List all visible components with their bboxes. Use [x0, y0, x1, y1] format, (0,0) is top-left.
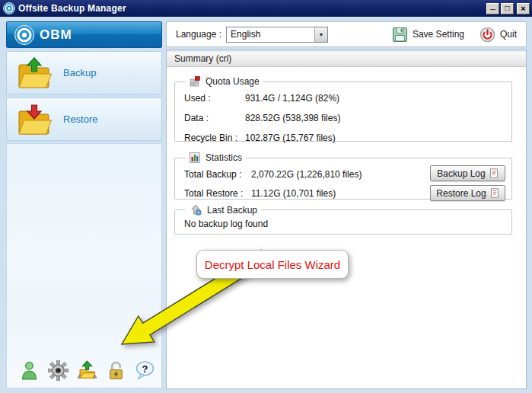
settings-gear-icon[interactable] — [48, 360, 68, 381]
chevron-down-icon[interactable]: ▼ — [314, 27, 327, 42]
quota-usage-title: Quota Usage — [205, 76, 260, 87]
summary-header: Summary (crl) — [167, 50, 526, 67]
backup-log-button[interactable]: Backup Log — [430, 165, 505, 181]
sidebar-lower-panel: ? — [6, 143, 162, 388]
window-title: Offsite Backup Manager — [18, 3, 126, 14]
row-label: Data : — [184, 113, 245, 123]
row-value: 931.4G / 1,124G (82%) — [245, 93, 339, 104]
sidebar-item-label: Backup — [63, 67, 96, 78]
obm-logo-text: OBM — [40, 27, 72, 43]
statistics-chart-icon — [190, 152, 200, 163]
quota-usage-icon — [190, 76, 200, 87]
row-value: 2,070.22G (1,226,810 files) — [251, 169, 362, 180]
maximize-icon: □ — [505, 4, 509, 12]
close-icon: × — [521, 4, 525, 13]
obm-logo-icon — [14, 25, 34, 45]
row-value: 102.87G (15,767 files) — [245, 133, 336, 143]
row-label: Used : — [184, 93, 245, 104]
row-value: 828.52G (538,398 files) — [245, 113, 340, 123]
statistics-group: Statistics Total Backup : 2,070.22G (1,2… — [174, 152, 512, 200]
question-mark-glyph: ? — [142, 363, 148, 375]
power-icon — [479, 27, 495, 43]
quota-row-recycle-bin: Recycle Bin : 102.87G (15,767 files) — [183, 128, 504, 148]
minimize-icon: ─ — [490, 5, 495, 14]
quota-row-data: Data : 828.52G (538,398 files) — [183, 108, 504, 128]
close-button[interactable]: × — [517, 3, 530, 14]
quota-row-used: Used : 931.4G / 1,124G (82%) — [183, 88, 504, 108]
last-backup-icon — [190, 204, 202, 216]
restore-log-button[interactable]: Restore Log — [430, 185, 505, 201]
quit-button[interactable]: Quit — [479, 27, 517, 43]
document-icon — [489, 168, 499, 178]
sidebar-footer-icons: ? — [19, 360, 155, 381]
language-selected-value: English — [227, 29, 314, 40]
language-label: Language : — [176, 29, 221, 40]
maximize-button[interactable]: □ — [501, 3, 514, 14]
row-label: Recycle Bin : — [184, 133, 245, 143]
sidebar-item-label: Restore — [63, 113, 98, 125]
sidebar-logo-banner: OBM — [6, 21, 162, 48]
decrypt-lock-icon[interactable] — [106, 360, 126, 381]
last-backup-message: No backup log found — [183, 219, 504, 229]
backup-sets-icon[interactable] — [77, 360, 97, 381]
save-setting-button[interactable]: Save Setting — [392, 27, 464, 43]
summary-content: Quota Usage Used : 931.4G / 1,124G (82%)… — [167, 67, 526, 388]
last-backup-title: Last Backup — [207, 205, 257, 216]
top-toolbar: Language : English ▼ Save Setting Quit — [166, 21, 527, 47]
minimize-button[interactable]: ─ — [486, 3, 499, 14]
app-logo-icon — [3, 2, 15, 14]
window-controls: ─ □ × — [486, 3, 530, 14]
language-dropdown[interactable]: English ▼ — [226, 27, 328, 43]
quit-label: Quit — [500, 29, 517, 40]
quota-usage-group: Quota Usage Used : 931.4G / 1,124G (82%)… — [174, 76, 512, 142]
row-value: 11.12G (10,701 files) — [251, 188, 336, 199]
last-backup-group: Last Backup No backup log found — [174, 204, 512, 235]
document-icon — [490, 188, 499, 198]
row-label: Total Restore : — [184, 188, 251, 199]
user-icon[interactable] — [19, 360, 40, 381]
last-backup-legend: Last Backup — [186, 204, 261, 216]
sidebar-item-restore[interactable]: Restore — [6, 97, 162, 141]
floppy-disk-icon — [392, 27, 408, 43]
statistics-title: Statistics — [205, 152, 242, 163]
row-label: Total Backup : — [184, 169, 251, 180]
annotation-text: Decrypt Local Files Wizard — [205, 258, 340, 271]
help-icon[interactable]: ? — [135, 360, 155, 381]
restore-folder-icon — [16, 103, 53, 136]
app-window: Offsite Backup Manager ─ □ × OBM Backup … — [0, 0, 532, 393]
title-bar: Offsite Backup Manager ─ □ × — [0, 0, 532, 17]
backup-log-label: Backup Log — [437, 168, 485, 179]
quota-usage-legend: Quota Usage — [186, 76, 263, 87]
save-setting-label: Save Setting — [413, 29, 464, 40]
restore-log-label: Restore Log — [436, 188, 486, 199]
sidebar-item-backup[interactable]: Backup — [6, 51, 162, 94]
main-panel: Summary (crl) Quota Usage Used : 931.4G … — [166, 50, 527, 389]
annotation-callout: Decrypt Local Files Wizard — [196, 250, 349, 279]
statistics-legend: Statistics — [186, 152, 246, 163]
backup-folder-icon — [16, 56, 53, 90]
